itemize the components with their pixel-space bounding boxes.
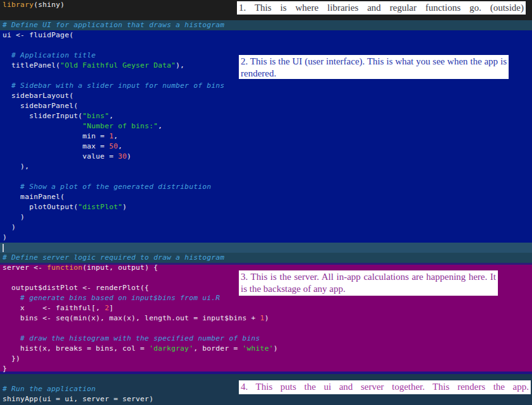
code-token-plain: , border = bbox=[193, 344, 242, 353]
code-line[interactable]: plotOutput("distPlot") bbox=[0, 202, 532, 212]
code-line[interactable]: # Show a plot of the generated distribut… bbox=[0, 182, 532, 192]
code-token-string: "Old Faithful Geyser Data" bbox=[60, 61, 176, 70]
code-token-plain: ] bbox=[109, 304, 114, 312]
annotation-note-4: 4. This puts the ui and server together.… bbox=[239, 380, 531, 394]
code-token-plain: , bbox=[158, 122, 162, 130]
code-token-plain: min = bbox=[3, 132, 109, 140]
code-token-number: 50 bbox=[109, 142, 118, 150]
code-line[interactable]: # Define UI for application that draws a… bbox=[0, 20, 532, 30]
code-token-plain: , bbox=[118, 142, 123, 150]
code-line[interactable]: bins <- seq(min(x), max(x), length.out =… bbox=[0, 313, 532, 323]
code-token-string: "Number of bins:" bbox=[83, 122, 158, 130]
code-token-string: "bins" bbox=[83, 112, 109, 120]
code-token-plain: }) bbox=[3, 354, 20, 363]
code-token-plain: (shiny) bbox=[33, 1, 64, 9]
code-line[interactable]: "Number of bins:", bbox=[0, 121, 532, 131]
code-line[interactable]: x <- faithful[, 2] bbox=[0, 303, 532, 313]
code-token-plain: ) bbox=[3, 223, 16, 231]
code-token-plain: sidebarPanel( bbox=[3, 102, 78, 110]
code-token-plain: ) bbox=[265, 314, 269, 322]
code-token-plain: titlePanel( bbox=[3, 61, 60, 70]
annotation-note-2: 2. This is the UI (user interface). This… bbox=[239, 55, 509, 79]
code-token-plain: ) bbox=[274, 344, 278, 353]
code-token-string: 'white' bbox=[243, 344, 274, 353]
annotation-note-3: 3. This is the server. All in-app calcul… bbox=[239, 270, 498, 296]
code-token-number: 1 bbox=[260, 314, 265, 322]
rstudio-editor-screenshot: library(shiny)# Define UI for applicatio… bbox=[0, 0, 532, 405]
code-token-plain: ) bbox=[3, 213, 25, 221]
code-token-comment: # generate bins based on input$bins from… bbox=[3, 294, 220, 302]
code-token-plain: sliderInput( bbox=[3, 112, 83, 120]
code-section-server-comment[interactable]: # Define server logic required to draw a… bbox=[0, 243, 532, 263]
code-token-plain: , bbox=[114, 132, 118, 140]
code-line[interactable]: ) bbox=[0, 222, 532, 233]
code-line[interactable]: hist(x, breaks = bins, col = 'darkgray',… bbox=[0, 344, 532, 354]
code-token-plain bbox=[3, 122, 83, 130]
code-line[interactable]: mainPanel( bbox=[0, 192, 532, 202]
code-line[interactable]: ) bbox=[0, 233, 532, 243]
code-line[interactable]: ) bbox=[0, 212, 532, 222]
code-token-plain: bins <- seq(min(x), max(x), length.out =… bbox=[3, 314, 260, 322]
code-token-plain: (input, output) { bbox=[83, 263, 158, 272]
code-token-keyword: function bbox=[47, 263, 82, 272]
code-token-comment: # Application title bbox=[3, 51, 96, 59]
annotation-note-1: 1. This is where libraries and regular f… bbox=[237, 1, 526, 15]
code-line[interactable]: ui <- fluidPage( bbox=[0, 30, 532, 40]
code-line[interactable] bbox=[0, 40, 532, 51]
code-token-plain: ), bbox=[176, 61, 184, 70]
code-line[interactable]: } bbox=[0, 364, 532, 374]
code-token-string: "distPlot" bbox=[78, 203, 122, 211]
text-cursor bbox=[3, 244, 4, 252]
code-token-plain: shinyApp(ui = ui, server = server) bbox=[3, 395, 154, 403]
code-line[interactable]: # Define server logic required to draw a… bbox=[0, 253, 532, 263]
code-token-comment: # draw the histogram with the specified … bbox=[3, 334, 260, 342]
code-token-plain: plotOutput( bbox=[3, 203, 78, 211]
code-token-plain: max = bbox=[3, 142, 109, 150]
code-token-comment: # Show a plot of the generated distribut… bbox=[3, 183, 211, 191]
code-token-plain: ) bbox=[123, 203, 127, 211]
code-line[interactable]: ), bbox=[0, 162, 532, 172]
code-token-plain: output$distPlot <- renderPlot({ bbox=[3, 284, 149, 292]
code-token-plain: ), bbox=[3, 162, 29, 171]
code-line[interactable] bbox=[0, 323, 532, 334]
code-token-plain: sidebarLayout( bbox=[3, 92, 73, 100]
code-line[interactable]: sliderInput("bins", bbox=[0, 111, 532, 121]
code-token-number: 30 bbox=[118, 152, 127, 160]
code-token-keyword: library bbox=[3, 1, 33, 9]
code-line[interactable]: }) bbox=[0, 354, 532, 364]
code-line[interactable]: max = 50, bbox=[0, 142, 532, 152]
code-token-number: 2 bbox=[105, 304, 109, 312]
code-line[interactable]: sidebarLayout( bbox=[0, 91, 532, 101]
code-line[interactable]: value = 30) bbox=[0, 152, 532, 162]
code-line[interactable]: # draw the histogram with the specified … bbox=[0, 334, 532, 344]
code-token-plain: , bbox=[109, 112, 114, 120]
code-line[interactable] bbox=[0, 243, 532, 253]
code-line[interactable]: shinyApp(ui = ui, server = server) bbox=[0, 394, 532, 404]
code-line[interactable] bbox=[0, 172, 532, 182]
code-token-plain: mainPanel( bbox=[3, 193, 64, 201]
code-token-plain: } bbox=[3, 365, 7, 373]
code-token-comment: # Define server logic required to draw a… bbox=[3, 253, 224, 262]
code-token-plain: x <- faithful[, bbox=[3, 304, 105, 312]
code-token-comment: # Run the application bbox=[3, 385, 96, 393]
code-token-number: 1 bbox=[109, 132, 114, 140]
code-token-plain: server <- bbox=[3, 263, 47, 272]
code-token-comment: # Sidebar with a slider input for number… bbox=[3, 82, 224, 90]
code-token-plain: ui <- fluidPage( bbox=[3, 31, 73, 39]
code-token-plain: ) bbox=[127, 152, 131, 160]
code-token-plain: hist(x, breaks = bins, col = bbox=[3, 344, 149, 353]
code-line[interactable]: min = 1, bbox=[0, 131, 532, 142]
code-line[interactable]: # Sidebar with a slider input for number… bbox=[0, 81, 532, 91]
code-section-ui-comment[interactable]: # Define UI for application that draws a… bbox=[0, 20, 532, 30]
code-token-comment: # Define UI for application that draws a… bbox=[3, 21, 224, 29]
code-token-plain: ) bbox=[3, 233, 7, 241]
code-line[interactable]: sidebarPanel( bbox=[0, 101, 532, 111]
code-token-string: 'darkgray' bbox=[149, 344, 193, 353]
code-token-plain: value = bbox=[3, 152, 118, 160]
